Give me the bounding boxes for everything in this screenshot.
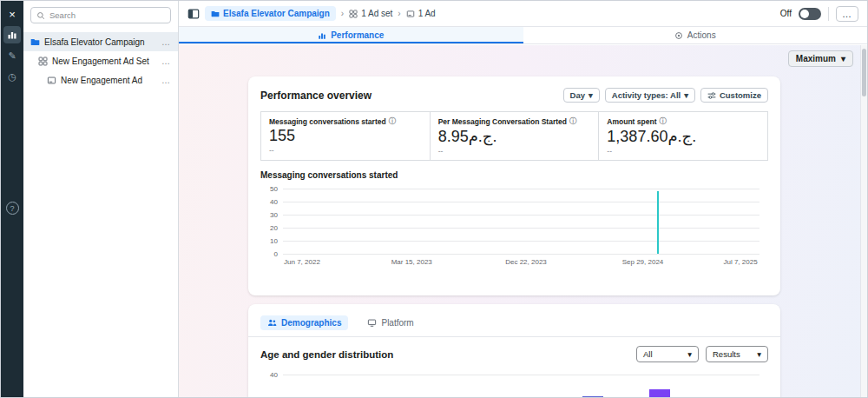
search-input[interactable] — [49, 10, 165, 20]
breadcrumb-adset[interactable]: 1 Ad set — [349, 9, 392, 18]
line-chart-title: Messaging conversations started — [260, 170, 768, 180]
metric-select[interactable]: Results ▾ — [706, 346, 768, 362]
ad-menu-icon[interactable]: … — [161, 76, 171, 85]
tab-performance[interactable]: Performance — [179, 27, 523, 43]
ad-label: New Engagement Ad — [61, 76, 142, 85]
help-icon[interactable]: ? — [6, 202, 19, 215]
sidebar-item-ad[interactable]: New Engagement Ad … — [23, 70, 178, 90]
chevron-down-icon: ▾ — [684, 90, 688, 100]
x-axis-tick: Mar 15, 2023 — [391, 258, 432, 266]
adset-label: New Engagement Ad Set — [52, 56, 149, 66]
x-axis-tick: Jul 7, 2025 — [723, 258, 757, 266]
more-options-button[interactable]: … — [836, 6, 858, 22]
gridline — [283, 202, 760, 202]
customize-label: Customize — [720, 90, 761, 100]
chevron-down-icon: ▾ — [687, 349, 692, 359]
breakdown-value: All — [643, 349, 653, 359]
y-axis-tick: 20 — [260, 224, 278, 232]
campaign-menu-icon[interactable]: … — [161, 37, 171, 47]
metric-conversations-started[interactable]: Messaging conversations startedⓘ 155 -- — [261, 112, 430, 160]
x-axis-tick: Sep 29, 2024 — [622, 258, 664, 266]
metric-value: 1,387.60ج.م. — [607, 127, 760, 146]
ad-set-icon — [38, 56, 48, 66]
y-axis-tick: 40 — [260, 198, 278, 206]
breadcrumb-ad-label: 1 Ad — [418, 9, 436, 18]
info-icon[interactable]: ⓘ — [389, 116, 396, 126]
metric-per-conversation[interactable]: Per Messaging Conversation Startedⓘ 8.95… — [430, 112, 599, 160]
charts-nav-icon[interactable] — [3, 26, 21, 43]
tab-actions[interactable]: Actions — [523, 27, 868, 43]
gridline — [283, 189, 760, 189]
actions-icon — [674, 31, 683, 40]
demographics-header: Age and gender distribution All ▾ Result… — [260, 346, 768, 362]
search-icon — [36, 11, 45, 20]
customize-button[interactable]: Customize — [700, 88, 768, 103]
breadcrumb-campaign[interactable]: Elsafa Elevator Campaign — [205, 6, 336, 21]
close-icon[interactable]: × — [3, 5, 21, 23]
adset-menu-icon[interactable]: … — [161, 56, 171, 66]
sidebar-item-campaign[interactable]: Elsafa Elevator Campaign … — [23, 32, 178, 51]
metric-value: 155 — [269, 127, 422, 145]
day-dropdown[interactable]: Day ▾ — [563, 88, 600, 103]
tab-platform-label: Platform — [381, 318, 413, 328]
ad-icon — [406, 10, 415, 18]
ad-icon — [47, 76, 56, 85]
breadcrumb-ad[interactable]: 1 Ad — [406, 9, 436, 18]
info-icon[interactable]: ⓘ — [659, 116, 666, 126]
topbar-actions: Off … — [780, 6, 858, 22]
view-tabs: Performance Actions — [179, 27, 867, 44]
campaign-sidebar: Elsafa Elevator Campaign … New Engagemen… — [23, 1, 179, 397]
activity-types-label: Activity types: All — [612, 90, 681, 100]
tab-performance-label: Performance — [331, 30, 384, 40]
collapse-sidebar-icon[interactable] — [187, 8, 200, 20]
metric-label: Messaging conversations startedⓘ — [269, 116, 422, 126]
demographic-bar — [582, 396, 603, 397]
metric-sub: -- — [438, 147, 591, 156]
breadcrumb-separator: › — [341, 9, 344, 18]
breakdown-select[interactable]: All ▾ — [636, 346, 699, 362]
day-label: Day — [570, 90, 585, 100]
tab-platform[interactable]: Platform — [360, 315, 420, 330]
card-header: Performance overview Day ▾ Activity type… — [260, 88, 768, 103]
folder-icon — [211, 10, 220, 18]
metric-value: 8.95ج.م. — [438, 127, 591, 146]
breadcrumb-bar: Elsafa Elevator Campaign › 1 Ad set › 1 … — [179, 1, 867, 27]
data-spike — [657, 191, 659, 254]
breadcrumb-adset-label: 1 Ad set — [361, 9, 392, 18]
ad-set-icon — [349, 10, 358, 18]
metric-sub: -- — [607, 147, 760, 156]
search-box[interactable] — [30, 7, 171, 23]
y-axis-tick: 30 — [260, 211, 278, 219]
x-axis-tick: Dec 22, 2023 — [505, 258, 547, 266]
divider — [828, 7, 829, 21]
gridline — [283, 215, 760, 216]
breadcrumb-separator: › — [398, 9, 400, 18]
tab-demographics[interactable]: Demographics — [260, 315, 348, 330]
activity-types-dropdown[interactable]: Activity types: All ▾ — [605, 88, 695, 103]
left-rail: × ✎ ◷ ? — [1, 1, 23, 397]
gridline — [283, 241, 760, 242]
gridline — [283, 375, 760, 375]
history-icon[interactable]: ◷ — [3, 68, 21, 85]
x-axis-tick: Jun 7, 2022 — [284, 258, 320, 266]
performance-xaxis: Jun 7, 2022Mar 15, 2023Dec 22, 2023Sep 2… — [283, 258, 760, 269]
chevron-down-icon: ▾ — [757, 349, 761, 359]
chart-controls: Day ▾ Activity types: All ▾ Customize — [563, 88, 768, 103]
vertical-scrollbar[interactable] — [860, 45, 867, 397]
people-icon — [267, 318, 277, 328]
maximum-dropdown[interactable]: Maximum ▾ — [788, 50, 853, 67]
y-axis-tick: 30 — [260, 395, 278, 398]
performance-chart-icon — [318, 31, 326, 40]
metric-label: Amount spentⓘ — [607, 116, 760, 126]
sidebar-item-adset[interactable]: New Engagement Ad Set … — [23, 51, 178, 70]
tab-demographics-label: Demographics — [281, 318, 341, 328]
status-label: Off — [780, 9, 792, 18]
breakdown-tabs: Demographics Platform — [248, 315, 780, 337]
info-icon[interactable]: ⓘ — [569, 116, 576, 126]
scrollbar-thumb[interactable] — [862, 49, 866, 96]
campaign-status-toggle[interactable] — [799, 8, 821, 20]
edit-icon[interactable]: ✎ — [3, 47, 21, 64]
demographics-title: Age and gender distribution — [260, 349, 393, 360]
metric-amount-spent[interactable]: Amount spentⓘ 1,387.60ج.م. -- — [598, 112, 767, 160]
demographics-filters: All ▾ Results ▾ — [636, 346, 768, 362]
